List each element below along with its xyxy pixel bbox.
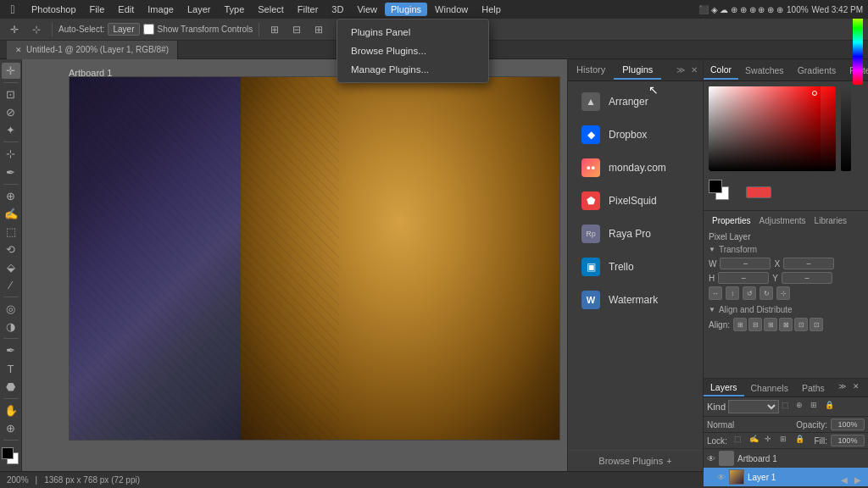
transform-checkbox[interactable] — [143, 24, 154, 35]
menu-layer[interactable]: Layer — [181, 3, 217, 16]
transform-section[interactable]: ▼ Transform — [709, 245, 863, 254]
rotate-left-icon[interactable]: ↺ — [743, 286, 756, 300]
dropdown-browse-plugins[interactable]: Browse Plugins... — [337, 42, 488, 60]
rotate-right-icon[interactable]: ↻ — [760, 286, 773, 300]
layers-kind-select[interactable] — [728, 400, 779, 413]
crop-tool-btn[interactable]: ⊹ — [2, 146, 20, 162]
stamp-tool-btn[interactable]: ⬚ — [2, 224, 20, 240]
swatches-tab[interactable]: Swatches — [738, 62, 791, 79]
eyedropper-btn[interactable]: ✒ — [2, 164, 20, 180]
menu-edit[interactable]: Edit — [112, 3, 140, 16]
align-top-edge-icon[interactable]: ⊠ — [779, 318, 793, 331]
lock-paint-icon[interactable]: ✍ — [749, 435, 761, 446]
plugins-tab[interactable]: Plugins — [614, 61, 661, 80]
canvas-area[interactable]: Artboard 1 — [22, 59, 567, 471]
menu-photoshop[interactable]: Photoshop — [25, 3, 82, 16]
lock-move-icon[interactable]: ✛ — [765, 435, 776, 446]
blur-tool-btn[interactable]: ◎ — [2, 301, 20, 317]
align-bottom-edge-icon[interactable]: ⊡ — [810, 318, 823, 331]
layers-close-icon[interactable]: ✕ — [853, 382, 865, 394]
lasso-tool-btn[interactable]: ⊘ — [2, 104, 20, 120]
more-transform-icon[interactable]: ⊹ — [776, 286, 790, 300]
align-left-icon[interactable]: ⊞ — [265, 20, 284, 39]
fg-swatch[interactable] — [709, 180, 722, 193]
canvas-tab[interactable]: ✕ Untitled-1 @ 200% (Layer 1, RGB/8#) — [7, 41, 178, 59]
heal-tool-btn[interactable]: ⊕ — [2, 187, 20, 203]
artboard1-visibility-icon[interactable]: 👁 — [707, 454, 715, 463]
menu-3d[interactable]: 3D — [326, 3, 349, 16]
layer-lock-all-icon[interactable]: 🔒 — [825, 401, 837, 413]
dodge-tool-btn[interactable]: ◑ — [2, 319, 20, 335]
menu-view[interactable]: View — [351, 3, 383, 16]
plugin-trello[interactable]: ▣ Trello — [571, 251, 699, 283]
opacity-input[interactable] — [831, 419, 865, 430]
plugin-pixelsquid[interactable]: ⬟ PixelSquid — [571, 185, 699, 217]
shape-tool-btn[interactable]: ⬣ — [2, 379, 20, 395]
text-tool-btn[interactable]: T — [2, 360, 20, 376]
menu-image[interactable]: Image — [142, 3, 180, 16]
width-input[interactable] — [720, 258, 771, 269]
brush-tool-btn[interactable]: ✍ — [2, 206, 20, 222]
paths-tab-btn[interactable]: Paths — [795, 380, 832, 396]
magic-wand-btn[interactable]: ✦ — [2, 122, 20, 138]
zoom-tool-btn[interactable]: ⊕ — [2, 420, 20, 436]
panel-close-icon[interactable]: ✕ — [689, 64, 699, 76]
height-input[interactable] — [718, 272, 769, 284]
menu-plugins[interactable]: Plugins — [385, 3, 427, 16]
x-input[interactable] — [783, 258, 834, 269]
layer1-visibility-icon[interactable]: 👁 — [717, 473, 726, 482]
layers-tab-btn[interactable]: Layers — [704, 380, 744, 396]
fg-bg-swatches[interactable] — [709, 180, 739, 205]
lock-all2-icon[interactable]: 🔒 — [795, 435, 807, 446]
layer-lock-pixels-icon[interactable]: ⬚ — [782, 401, 793, 413]
dropdown-plugins-panel[interactable]: Plugins Panel — [337, 23, 488, 42]
pen-tool-btn[interactable]: ✒ — [2, 342, 20, 358]
properties-tab[interactable]: Properties — [709, 214, 754, 227]
history-tab[interactable]: History — [568, 61, 614, 80]
align-left-edge-icon[interactable]: ⊞ — [733, 318, 747, 331]
libraries-tab[interactable]: Libraries — [811, 214, 850, 227]
apple-logo-icon[interactable]:  — [5, 0, 20, 19]
foreground-color-swatch[interactable] — [2, 447, 14, 459]
menu-filter[interactable]: Filter — [292, 3, 324, 16]
plugin-arranger[interactable]: ▲ Arranger — [571, 86, 699, 118]
alpha-bar[interactable] — [841, 86, 851, 171]
plugin-monday[interactable]: ●● monday.com — [571, 152, 699, 184]
gradient-tool-btn[interactable]: ∕ — [2, 277, 20, 293]
panel-menu-icon[interactable]: ≫ — [675, 64, 687, 76]
menu-type[interactable]: Type — [218, 3, 250, 16]
layer-lock-pos-icon[interactable]: ⊕ — [796, 401, 808, 413]
marquee-tool-btn[interactable]: ⊡ — [2, 86, 20, 103]
adjustments-tab[interactable]: Adjustments — [756, 214, 810, 227]
menu-select[interactable]: Select — [252, 3, 290, 16]
menu-help[interactable]: Help — [476, 3, 507, 16]
move-tool-btn[interactable]: ✛ — [2, 63, 20, 79]
align-right-edge-icon[interactable]: ⊞ — [764, 318, 777, 331]
eraser-tool-btn[interactable]: ⬙ — [2, 259, 20, 275]
layer-select-btn[interactable]: Layer — [108, 23, 139, 36]
nav-arrow-left-icon[interactable]: ◀ — [841, 475, 848, 485]
lock-artboard2-icon[interactable]: ⊞ — [780, 435, 792, 446]
flip-v-icon[interactable]: ↕ — [726, 286, 739, 300]
tab-close-icon[interactable]: ✕ — [15, 46, 22, 54]
align-section[interactable]: ▼ Align and Distribute — [709, 305, 863, 314]
hand-tool-btn[interactable]: ✋ — [2, 402, 20, 419]
align-h-center-icon[interactable]: ⊟ — [748, 318, 762, 331]
layers-menu-icon[interactable]: ≫ — [838, 382, 850, 394]
gradients-tab[interactable]: Gradients — [791, 62, 843, 79]
align-center-icon[interactable]: ⊟ — [287, 20, 306, 39]
browse-plugins-btn[interactable]: Browse Plugins + — [568, 450, 703, 471]
fill-input[interactable] — [831, 435, 865, 446]
dropdown-manage-plugins[interactable]: Manage Plugins... — [337, 60, 488, 79]
layer-lock-artboard-icon[interactable]: ⊞ — [810, 401, 822, 413]
color-tab[interactable]: Color — [704, 61, 738, 80]
y-input[interactable] — [782, 272, 832, 284]
channels-tab-btn[interactable]: Channels — [744, 380, 795, 396]
plugin-dropbox[interactable]: ◆ Dropbox — [571, 119, 699, 151]
lock-transparent-icon[interactable]: ⬚ — [734, 435, 746, 446]
artboard1-layer-item[interactable]: 👁 Artboard 1 — [704, 449, 868, 468]
plugin-watermark[interactable]: W Watermark — [571, 284, 699, 316]
menu-window[interactable]: Window — [429, 3, 474, 16]
flip-h-icon[interactable]: ↔ — [709, 286, 722, 300]
color-swatches[interactable] — [2, 447, 20, 468]
